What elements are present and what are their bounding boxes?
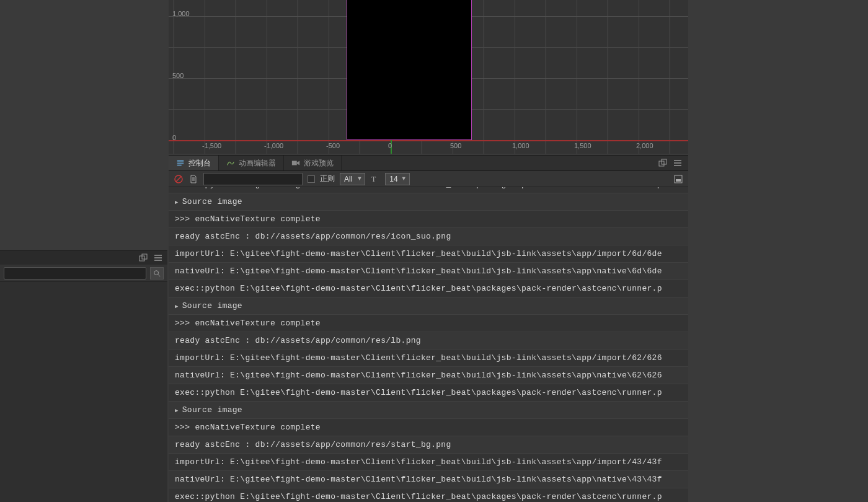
axis-x-line: [169, 140, 688, 141]
camera-icon: [291, 159, 300, 167]
ruler-y-label: 0: [172, 134, 176, 141]
clear-button[interactable]: [174, 174, 184, 184]
log-level-select[interactable]: All: [340, 173, 365, 185]
log-row[interactable]: Source image: [169, 193, 688, 211]
console-log[interactable]: exec::python E:\gitee\fight-demo-master\…: [169, 187, 688, 502]
log-row[interactable]: exec::python E:\gitee\fight-demo-master\…: [169, 187, 688, 193]
menu-icon[interactable]: [673, 159, 682, 167]
menu-icon[interactable]: [154, 253, 162, 262]
ruler-x-label: -1,000: [264, 142, 283, 149]
log-row[interactable]: importUrl: E:\gitee\fight-demo-master\Cl…: [169, 245, 688, 263]
tab-game-preview[interactable]: 游戏预览: [284, 156, 342, 170]
regex-checkbox[interactable]: [308, 175, 315, 183]
svg-text:T: T: [371, 175, 376, 183]
log-row[interactable]: nativeUrl: E:\gitee\fight-demo-master\Cl…: [169, 263, 688, 280]
animation-icon: [226, 159, 235, 167]
ruler-y-label: 500: [172, 72, 184, 79]
text-size-icon[interactable]: T: [370, 174, 380, 184]
tab-label: 控制台: [188, 158, 211, 169]
assets-search-bar: [0, 265, 167, 282]
log-row[interactable]: >>> encNativeTexture complete: [169, 315, 688, 332]
tab-label: 游戏预览: [304, 158, 334, 169]
svg-rect-7: [676, 179, 681, 182]
ruler-y-label: 1,000: [172, 10, 190, 17]
ruler-x-label: -500: [326, 142, 340, 149]
log-row[interactable]: ready astcEnc : db://assets/app/common/r…: [169, 436, 688, 454]
font-size-select[interactable]: 14: [385, 173, 409, 185]
console-toolbar: 正则 All T 14: [169, 171, 688, 187]
console-filter-input[interactable]: [203, 173, 303, 185]
assets-panel-header: [0, 251, 167, 265]
log-row[interactable]: >>> encNativeTexture complete: [169, 211, 688, 228]
tab-console[interactable]: 控制台: [169, 156, 219, 170]
assets-search-input[interactable]: [4, 267, 146, 280]
tab-label: 动画编辑器: [239, 158, 276, 169]
log-level-value: All: [344, 175, 352, 183]
svg-line-4: [176, 177, 181, 182]
log-row[interactable]: nativeUrl: E:\gitee\fight-demo-master\Cl…: [169, 471, 688, 488]
ruler-x-label: 1,000: [512, 142, 529, 149]
log-row[interactable]: ready astcEnc : db://assets/app/common/r…: [169, 228, 688, 245]
svg-line-11: [158, 274, 160, 276]
svg-rect-0: [292, 161, 297, 165]
log-row[interactable]: exec::python E:\gitee\fight-demo-master\…: [169, 384, 688, 402]
log-row[interactable]: Source image: [169, 402, 688, 419]
regex-label: 正则: [320, 174, 335, 184]
log-row[interactable]: nativeUrl: E:\gitee\fight-demo-master\Cl…: [169, 367, 688, 384]
ruler-x-label: 2,000: [636, 142, 653, 149]
assets-panel: [0, 250, 167, 502]
log-row[interactable]: ready astcEnc : db://assets/app/common/r…: [169, 332, 688, 350]
log-row[interactable]: exec::python E:\gitee\fight-demo-master\…: [169, 488, 688, 502]
collapse-icon[interactable]: [673, 174, 683, 184]
log-row[interactable]: exec::python E:\gitee\fight-demo-master\…: [169, 280, 688, 297]
log-row[interactable]: importUrl: E:\gitee\fight-demo-master\Cl…: [169, 350, 688, 367]
bottom-panel-tabs: 控制台 动画编辑器 游戏预览: [169, 155, 688, 171]
ruler-x-label: 1,500: [574, 142, 591, 149]
popout-icon[interactable]: [658, 159, 667, 167]
log-row[interactable]: importUrl: E:\gitee\fight-demo-master\Cl…: [169, 454, 688, 471]
scene-node-phone[interactable]: 健康游戏忠告 抵制不良游戏，拒绝盗版游戏。 注意自我保护，谨防受骗上当。 适度游…: [347, 0, 471, 139]
assets-search-button[interactable]: [150, 267, 164, 280]
popout-icon[interactable]: [139, 253, 148, 262]
ruler-x-label: -1,500: [202, 142, 221, 149]
scene-canvas[interactable]: 1,000 500 0 -1,500 -1,000 -500 0 500 1,0…: [169, 0, 688, 154]
log-row[interactable]: Source image: [169, 297, 688, 315]
log-row[interactable]: >>> encNativeTexture complete: [169, 419, 688, 436]
ruler-x-label: 0: [388, 142, 392, 149]
console-icon: [176, 159, 185, 167]
font-size-value: 14: [389, 175, 397, 183]
open-log-file-button[interactable]: [188, 174, 198, 184]
ruler-x-label: 500: [450, 142, 461, 149]
svg-point-10: [154, 270, 159, 275]
tab-animation-editor[interactable]: 动画编辑器: [219, 156, 284, 170]
